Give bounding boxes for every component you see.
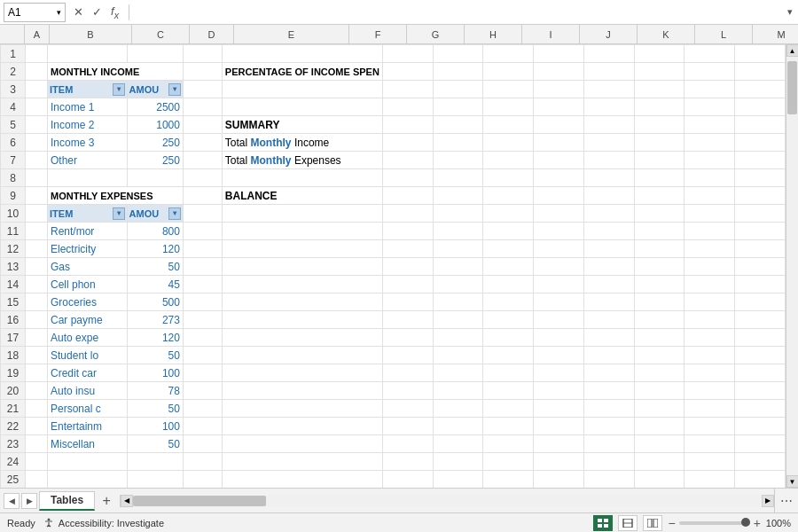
cell-h23[interactable] [483, 435, 534, 453]
cell-m7[interactable] [735, 152, 786, 169]
add-sheet-button[interactable]: + [97, 491, 116, 511]
cell-l17[interactable] [685, 329, 735, 347]
cell-e10[interactable] [222, 205, 382, 223]
cell-a18[interactable] [26, 347, 48, 364]
cell-d3[interactable] [183, 81, 222, 98]
cell-g2[interactable] [433, 63, 483, 81]
cell-f16[interactable] [382, 311, 433, 329]
name-box-dropdown-icon[interactable]: ▾ [57, 8, 61, 17]
cell-j21[interactable] [583, 400, 634, 418]
cell-c8[interactable] [127, 169, 183, 187]
cell-g8[interactable] [433, 169, 483, 187]
cell-j24[interactable] [583, 453, 634, 471]
cell-i23[interactable] [534, 435, 584, 453]
cell-f7[interactable] [382, 152, 433, 169]
cell-g15[interactable] [433, 293, 483, 311]
cell-k11[interactable] [634, 223, 685, 240]
cell-a5[interactable] [26, 116, 48, 134]
income-item-filter-btn[interactable]: ▾ [113, 83, 125, 96]
cell-i2[interactable] [534, 63, 584, 81]
cell-m1[interactable] [735, 45, 786, 63]
cell-m17[interactable] [735, 329, 786, 347]
cell-k16[interactable] [634, 311, 685, 329]
cell-c6[interactable]: 250 [127, 134, 183, 152]
cell-k17[interactable] [634, 329, 685, 347]
cell-h10[interactable] [483, 205, 534, 223]
cell-h20[interactable] [483, 382, 534, 400]
cell-k4[interactable] [634, 98, 685, 116]
cell-e5[interactable]: SUMMARY [222, 116, 382, 134]
cell-d17[interactable] [183, 329, 222, 347]
cell-b3[interactable]: ITEM ▾ [48, 81, 128, 98]
cell-f9[interactable] [382, 187, 433, 205]
cell-k2[interactable] [634, 63, 685, 81]
row-num-8[interactable]: 8 [1, 169, 26, 187]
cell-a6[interactable] [26, 134, 48, 152]
cell-m8[interactable] [735, 169, 786, 187]
cell-k22[interactable] [634, 418, 685, 435]
cell-a23[interactable] [26, 435, 48, 453]
page-break-btn[interactable] [643, 515, 662, 531]
cell-j20[interactable] [583, 382, 634, 400]
cell-e20[interactable] [222, 382, 382, 400]
row-num-17[interactable]: 17 [1, 329, 26, 347]
cell-c21[interactable]: 50 [127, 400, 183, 418]
cell-l23[interactable] [685, 435, 735, 453]
cell-h8[interactable] [483, 169, 534, 187]
cell-m14[interactable] [735, 276, 786, 293]
cell-j9[interactable] [583, 187, 634, 205]
cell-f17[interactable] [382, 329, 433, 347]
cell-j17[interactable] [583, 329, 634, 347]
normal-view-btn[interactable] [593, 515, 613, 531]
cell-c7[interactable]: 250 [127, 152, 183, 169]
cell-e7[interactable]: Total Monthly Expenses [222, 152, 382, 169]
cell-m20[interactable] [735, 382, 786, 400]
col-header-d[interactable]: D [190, 25, 234, 43]
cell-j16[interactable] [583, 311, 634, 329]
cell-e23[interactable] [222, 435, 382, 453]
cell-f12[interactable] [382, 240, 433, 258]
cell-f23[interactable] [382, 435, 433, 453]
cell-i13[interactable] [534, 258, 584, 276]
cell-b22[interactable]: Entertainm [48, 418, 128, 435]
grid-scroll[interactable]: 1 [0, 44, 786, 488]
expense-amount-header[interactable]: AMOU ▾ [128, 205, 183, 222]
cell-f15[interactable] [382, 293, 433, 311]
cell-l13[interactable] [685, 258, 735, 276]
cell-l3[interactable] [685, 81, 735, 98]
cell-d12[interactable] [183, 240, 222, 258]
insert-function-icon[interactable]: fx [108, 4, 121, 21]
cell-c11[interactable]: 800 [127, 223, 183, 240]
cell-l15[interactable] [685, 293, 735, 311]
cell-m2[interactable] [735, 63, 786, 81]
cell-k18[interactable] [634, 347, 685, 364]
cell-d2[interactable] [183, 63, 222, 81]
cell-m16[interactable] [735, 311, 786, 329]
cell-e14[interactable] [222, 276, 382, 293]
cell-b5[interactable]: Income 2 [48, 116, 128, 134]
cell-k21[interactable] [634, 400, 685, 418]
scroll-down-btn[interactable]: ▼ [786, 475, 799, 488]
cell-c23[interactable]: 50 [127, 435, 183, 453]
cell-g14[interactable] [433, 276, 483, 293]
cell-f3[interactable] [382, 81, 433, 98]
cell-i25[interactable] [534, 471, 584, 489]
cell-h6[interactable] [483, 134, 534, 152]
cell-m22[interactable] [735, 418, 786, 435]
cell-b25[interactable] [48, 471, 128, 489]
cell-e22[interactable] [222, 418, 382, 435]
h-scroll-left-btn[interactable]: ◀ [121, 495, 133, 507]
cell-i8[interactable] [534, 169, 584, 187]
cell-d20[interactable] [183, 382, 222, 400]
cell-i22[interactable] [534, 418, 584, 435]
cell-h17[interactable] [483, 329, 534, 347]
cell-h25[interactable] [483, 471, 534, 489]
row-num-5[interactable]: 5 [1, 116, 26, 134]
cell-m13[interactable] [735, 258, 786, 276]
cell-g1[interactable] [433, 45, 483, 63]
cell-l9[interactable] [685, 187, 735, 205]
cell-a10[interactable] [26, 205, 48, 223]
cell-j3[interactable] [583, 81, 634, 98]
cell-i4[interactable] [534, 98, 584, 116]
cell-g3[interactable] [433, 81, 483, 98]
